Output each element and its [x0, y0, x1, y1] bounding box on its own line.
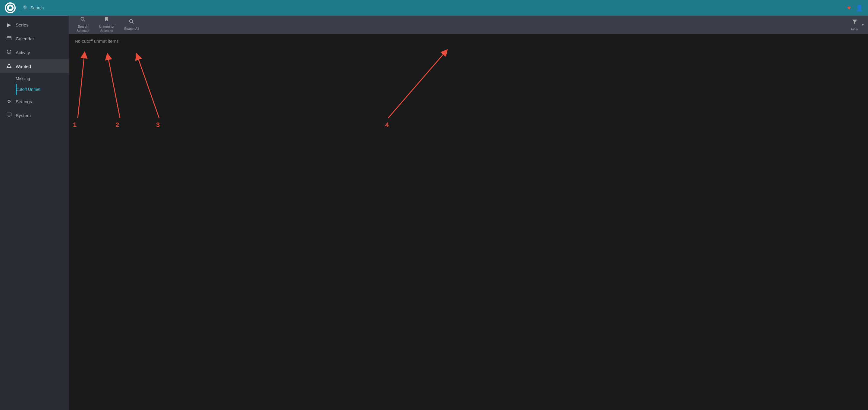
main-content: SearchSelected UnmonitorSelected Sear [69, 16, 868, 410]
content-area: No cutoff unmet items 1 2 [69, 34, 868, 410]
unmonitor-selected-icon [104, 16, 110, 24]
search-input[interactable] [30, 5, 91, 10]
sidebar-item-activity[interactable]: Activity [0, 45, 69, 59]
unmonitor-selected-label: UnmonitorSelected [99, 25, 115, 33]
filter-area: Filter ▼ [848, 17, 864, 33]
sidebar-item-missing[interactable]: Missing [16, 73, 69, 84]
search-all-button[interactable]: Search All [120, 17, 144, 33]
activity-icon [6, 49, 12, 56]
annotation-4: 4 [385, 121, 389, 129]
sidebar: ▶ Series Calendar Activity [0, 16, 69, 410]
wanted-icon: ! [6, 63, 12, 69]
svg-line-13 [132, 22, 134, 24]
sidebar-item-system[interactable]: System [0, 108, 69, 122]
empty-message: No cutoff unmet items [75, 38, 119, 44]
header-right: ♥ 👤 [847, 4, 863, 11]
svg-point-10 [81, 18, 84, 21]
filter-button[interactable]: Filter [848, 17, 861, 33]
calendar-icon [6, 36, 12, 41]
search-selected-label: SearchSelected [76, 25, 90, 33]
svg-line-18 [137, 56, 159, 118]
svg-line-11 [84, 20, 85, 22]
sidebar-item-calendar[interactable]: Calendar [0, 32, 69, 45]
svg-rect-0 [7, 36, 11, 40]
search-icon: 🔍 [23, 5, 29, 10]
series-icon: ▶ [6, 22, 12, 28]
logo[interactable] [5, 2, 16, 13]
filter-dropdown-arrow[interactable]: ▼ [861, 23, 864, 27]
svg-rect-7 [7, 113, 11, 116]
search-all-icon [129, 19, 134, 26]
svg-line-16 [78, 55, 84, 118]
sidebar-item-cutoff-unmet[interactable]: Cutoff Unmet [16, 84, 69, 95]
sidebar-item-settings[interactable]: ⚙ Settings [0, 95, 69, 108]
annotations-svg [69, 34, 868, 410]
user-icon[interactable]: 👤 [856, 4, 863, 11]
search-all-label: Search All [124, 27, 139, 31]
annotation-2: 2 [116, 121, 119, 129]
svg-marker-14 [852, 20, 857, 24]
search-bar[interactable]: 🔍 [21, 4, 93, 12]
filter-label: Filter [851, 27, 858, 31]
search-selected-button[interactable]: SearchSelected [72, 16, 94, 35]
search-selected-icon [80, 16, 86, 24]
top-header: 🔍 ♥ 👤 [0, 0, 868, 16]
sidebar-item-series[interactable]: ▶ Series [0, 18, 69, 32]
wanted-submenu: Missing Cutoff Unmet [0, 73, 69, 95]
svg-line-17 [108, 56, 120, 118]
annotation-3: 3 [156, 121, 160, 129]
svg-text:!: ! [8, 65, 9, 68]
unmonitor-selected-button[interactable]: UnmonitorSelected [95, 16, 119, 35]
heart-icon[interactable]: ♥ [847, 4, 851, 11]
toolbar: SearchSelected UnmonitorSelected Sear [69, 16, 868, 34]
system-icon [6, 112, 12, 118]
sidebar-item-wanted[interactable]: ! Wanted [0, 59, 69, 73]
layout: ▶ Series Calendar Activity [0, 16, 868, 410]
svg-line-19 [388, 52, 445, 118]
annotation-1: 1 [73, 121, 76, 129]
svg-point-12 [130, 19, 133, 22]
filter-icon [852, 19, 858, 26]
settings-icon: ⚙ [6, 99, 12, 104]
